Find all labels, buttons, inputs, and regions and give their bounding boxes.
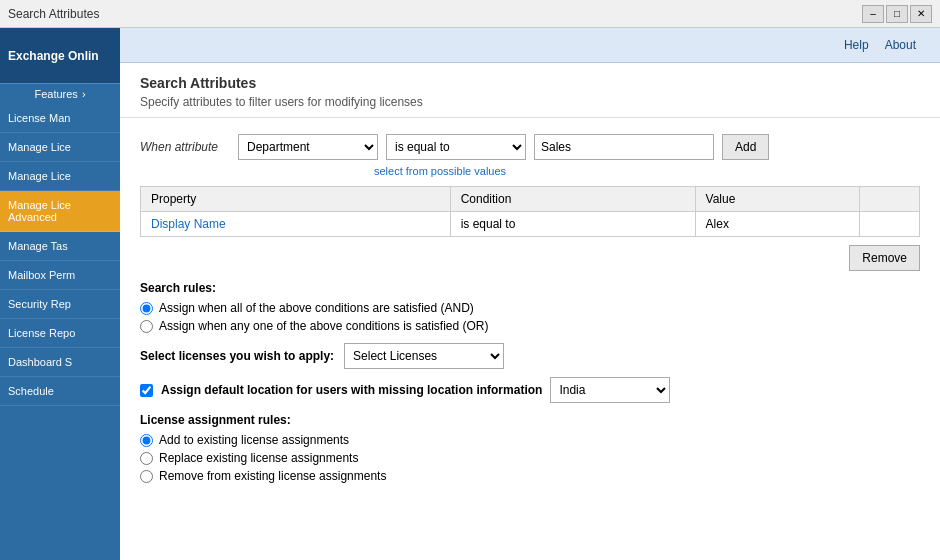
radio-add-label: Add to existing license assignments [159,433,349,447]
dialog-header: Search Attributes Specify attributes to … [120,63,940,118]
radio-and-label: Assign when all of the above conditions … [159,301,474,315]
radio-replace-label: Replace existing license assignments [159,451,358,465]
sidebar-item-security-rep[interactable]: Security Rep [0,290,120,319]
radio-remove[interactable] [140,470,153,483]
default-location-section: Assign default location for users with m… [140,377,920,403]
sidebar-item-license-man[interactable]: License Man [0,104,120,133]
attribute-select[interactable]: Department Display Name Email City Count… [238,134,378,160]
when-attribute-section: When attribute Department Display Name E… [140,134,920,178]
sidebar-item-mailbox-perm[interactable]: Mailbox Perm [0,261,120,290]
table-cell-empty [860,212,920,237]
about-link[interactable]: About [877,36,924,54]
sidebar-header-label: Exchange Onlin [8,49,99,63]
radio-add-row: Add to existing license assignments [140,433,920,447]
radio-add-existing[interactable] [140,434,153,447]
sidebar-item-dashboard-s[interactable]: Dashboard S [0,348,120,377]
radio-or-row: Assign when any one of the above conditi… [140,319,920,333]
table-header-value: Value [695,187,859,212]
default-location-label: Assign default location for users with m… [161,383,542,397]
chevron-icon: › [82,88,86,100]
add-button[interactable]: Add [722,134,769,160]
select-licenses-label: Select licenses you wish to apply: [140,349,334,363]
features-toggle[interactable]: Features › [0,83,120,104]
dialog-title: Search Attributes [140,75,920,91]
remove-button[interactable]: Remove [849,245,920,271]
sidebar-item-schedule[interactable]: Schedule [0,377,120,406]
top-nav-links: Help About [836,36,924,54]
radio-remove-label: Remove from existing license assignments [159,469,386,483]
sidebar-item-manage-lice-2[interactable]: Manage Lice [0,162,120,191]
select-licenses-section: Select licenses you wish to apply: Selec… [140,343,920,369]
table-header-empty [860,187,920,212]
maximize-button[interactable]: □ [886,5,908,23]
dialog-body: When attribute Department Display Name E… [120,118,940,560]
table-cell-value: Alex [695,212,859,237]
licenses-select[interactable]: Select Licenses [344,343,504,369]
dialog-subtitle: Specify attributes to filter users for m… [140,95,920,109]
license-rules-label: License assignment rules: [140,413,920,427]
select-link-row: select from possible values [374,164,506,178]
default-location-checkbox[interactable] [140,384,153,397]
value-input[interactable] [534,134,714,160]
sidebar-item-manage-lice-1[interactable]: Manage Lice [0,133,120,162]
sidebar-item-license-repo[interactable]: License Repo [0,319,120,348]
sidebar: Exchange Onlin Features › License Man Ma… [0,28,120,560]
features-label: Features [34,88,77,100]
close-button[interactable]: ✕ [910,5,932,23]
condition-select[interactable]: is equal to is not equal to starts with … [386,134,526,160]
top-nav: Help About [120,28,940,63]
title-bar: Search Attributes – □ ✕ [0,0,940,28]
radio-and[interactable] [140,302,153,315]
search-rules-section: Search rules: Assign when all of the abo… [140,281,920,333]
radio-remove-row: Remove from existing license assignments [140,469,920,483]
when-attribute-label: When attribute [140,140,230,154]
radio-or[interactable] [140,320,153,333]
search-rules-label: Search rules: [140,281,920,295]
select-possible-values-link[interactable]: select from possible values [374,165,506,177]
sidebar-item-manage-tas[interactable]: Manage Tas [0,232,120,261]
sidebar-item-manage-lice-advanced[interactable]: Manage LiceAdvanced [0,191,120,232]
radio-and-row: Assign when all of the above conditions … [140,301,920,315]
license-rules-section: License assignment rules: Add to existin… [140,413,920,483]
location-select[interactable]: India USA UK Australia [550,377,670,403]
title-bar-label: Search Attributes [8,7,99,21]
table-row[interactable]: Display Name is equal to Alex [141,212,920,237]
minimize-button[interactable]: – [862,5,884,23]
radio-or-label: Assign when any one of the above conditi… [159,319,489,333]
table-cell-property: Display Name [141,212,451,237]
radio-replace-row: Replace existing license assignments [140,451,920,465]
sidebar-header: Exchange Onlin [0,28,120,83]
table-header-property: Property [141,187,451,212]
right-panel: Help About Search Attributes Specify att… [120,28,940,560]
table-header-condition: Condition [450,187,695,212]
attributes-table: Property Condition Value Display Name is… [140,186,920,237]
help-link[interactable]: Help [836,36,877,54]
table-cell-condition: is equal to [450,212,695,237]
title-bar-controls: – □ ✕ [862,5,932,23]
remove-row: Remove [140,245,920,271]
dialog: Search Attributes Specify attributes to … [120,63,940,560]
radio-replace[interactable] [140,452,153,465]
when-attribute-row: When attribute Department Display Name E… [140,134,769,160]
